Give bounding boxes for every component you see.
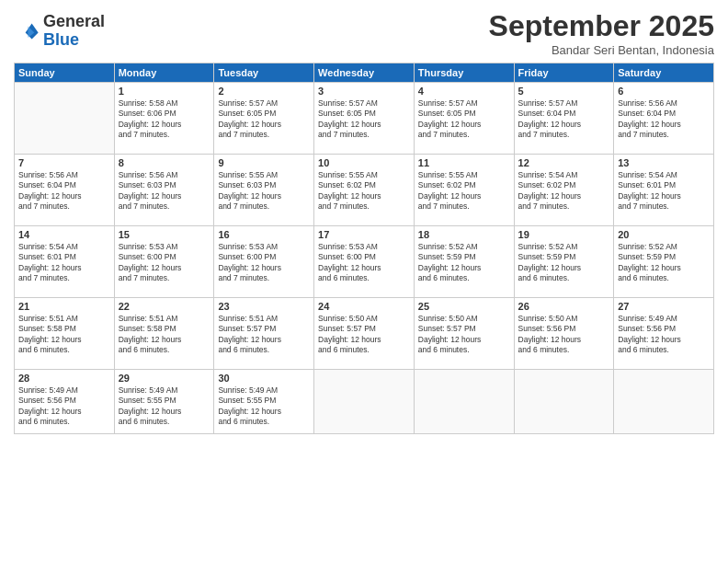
day-number: 29	[119, 373, 210, 384]
table-row: 1Sunrise: 5:58 AMSunset: 6:06 PMDaylight…	[114, 83, 214, 155]
day-info: Sunrise: 5:54 AMSunset: 6:01 PMDaylight:…	[18, 242, 110, 284]
day-number: 15	[119, 229, 210, 240]
day-number: 17	[318, 229, 410, 240]
day-info: Sunrise: 5:53 AMSunset: 6:00 PMDaylight:…	[218, 242, 310, 284]
day-info: Sunrise: 5:52 AMSunset: 5:59 PMDaylight:…	[418, 242, 510, 284]
calendar-week-row-0: 1Sunrise: 5:58 AMSunset: 6:06 PMDaylight…	[15, 83, 714, 155]
day-number: 10	[318, 157, 410, 168]
logo-general: General	[43, 13, 105, 31]
day-info: Sunrise: 5:56 AMSunset: 6:04 PMDaylight:…	[18, 170, 110, 213]
logo-text: General Blue	[43, 13, 105, 50]
calendar-week-row-1: 7Sunrise: 5:56 AMSunset: 6:04 PMDaylight…	[15, 155, 714, 226]
day-info: Sunrise: 5:49 AMSunset: 5:56 PMDaylight:…	[18, 385, 110, 428]
day-number: 27	[618, 301, 710, 312]
calendar-week-row-2: 14Sunrise: 5:54 AMSunset: 6:01 PMDayligh…	[15, 226, 714, 298]
location: Bandar Seri Bentan, Indonesia	[489, 43, 714, 57]
day-info: Sunrise: 5:49 AMSunset: 5:56 PMDaylight:…	[618, 314, 710, 356]
table-row: 22Sunrise: 5:51 AMSunset: 5:58 PMDayligh…	[114, 298, 214, 370]
day-number: 19	[518, 229, 610, 240]
day-number: 16	[218, 229, 310, 240]
col-friday: Friday	[514, 63, 614, 83]
table-row	[15, 83, 115, 155]
day-info: Sunrise: 5:51 AMSunset: 5:58 PMDaylight:…	[18, 314, 110, 356]
table-row: 30Sunrise: 5:49 AMSunset: 5:55 PMDayligh…	[214, 370, 314, 434]
day-info: Sunrise: 5:50 AMSunset: 5:57 PMDaylight:…	[418, 314, 510, 356]
day-number: 24	[318, 301, 410, 312]
day-number: 23	[218, 301, 310, 312]
table-row: 10Sunrise: 5:55 AMSunset: 6:02 PMDayligh…	[314, 155, 415, 226]
table-row: 7Sunrise: 5:56 AMSunset: 6:04 PMDaylight…	[15, 155, 115, 226]
day-info: Sunrise: 5:55 AMSunset: 6:02 PMDaylight:…	[418, 170, 510, 213]
day-number: 26	[518, 301, 610, 312]
calendar-table: Sunday Monday Tuesday Wednesday Thursday…	[14, 63, 714, 434]
table-row	[314, 370, 415, 434]
col-wednesday: Wednesday	[314, 63, 415, 83]
day-number: 3	[318, 86, 410, 97]
day-info: Sunrise: 5:54 AMSunset: 6:02 PMDaylight:…	[518, 170, 610, 213]
table-row: 9Sunrise: 5:55 AMSunset: 6:03 PMDaylight…	[214, 155, 314, 226]
table-row: 13Sunrise: 5:54 AMSunset: 6:01 PMDayligh…	[614, 155, 714, 226]
day-number: 20	[618, 229, 710, 240]
calendar-week-row-4: 28Sunrise: 5:49 AMSunset: 5:56 PMDayligh…	[15, 370, 714, 434]
title-area: September 2025 Bandar Seri Bentan, Indon…	[489, 9, 714, 57]
day-info: Sunrise: 5:56 AMSunset: 6:04 PMDaylight:…	[618, 98, 710, 141]
day-info: Sunrise: 5:49 AMSunset: 5:55 PMDaylight:…	[218, 385, 310, 428]
day-info: Sunrise: 5:52 AMSunset: 5:59 PMDaylight:…	[518, 242, 610, 284]
table-row: 28Sunrise: 5:49 AMSunset: 5:56 PMDayligh…	[15, 370, 115, 434]
table-row: 18Sunrise: 5:52 AMSunset: 5:59 PMDayligh…	[414, 226, 514, 298]
day-info: Sunrise: 5:52 AMSunset: 5:59 PMDaylight:…	[618, 242, 710, 284]
day-number: 6	[618, 86, 710, 97]
logo: General Blue	[14, 13, 105, 50]
table-row: 26Sunrise: 5:50 AMSunset: 5:56 PMDayligh…	[514, 298, 614, 370]
table-row: 2Sunrise: 5:57 AMSunset: 6:05 PMDaylight…	[214, 83, 314, 155]
day-number: 9	[218, 157, 310, 168]
day-number: 30	[218, 373, 310, 384]
month-title: September 2025	[489, 9, 714, 43]
day-info: Sunrise: 5:54 AMSunset: 6:01 PMDaylight:…	[618, 170, 710, 213]
day-info: Sunrise: 5:57 AMSunset: 6:05 PMDaylight:…	[418, 98, 510, 141]
logo-icon	[14, 18, 40, 44]
col-monday: Monday	[114, 63, 214, 83]
table-row: 6Sunrise: 5:56 AMSunset: 6:04 PMDaylight…	[614, 83, 714, 155]
day-number: 21	[18, 301, 110, 312]
day-info: Sunrise: 5:53 AMSunset: 6:00 PMDaylight:…	[119, 242, 210, 284]
day-number: 8	[119, 157, 210, 168]
calendar-header-row: Sunday Monday Tuesday Wednesday Thursday…	[15, 63, 714, 83]
day-info: Sunrise: 5:58 AMSunset: 6:06 PMDaylight:…	[119, 98, 210, 141]
col-saturday: Saturday	[614, 63, 714, 83]
day-number: 7	[18, 157, 110, 168]
day-number: 1	[119, 86, 210, 97]
table-row: 24Sunrise: 5:50 AMSunset: 5:57 PMDayligh…	[314, 298, 415, 370]
calendar-week-row-3: 21Sunrise: 5:51 AMSunset: 5:58 PMDayligh…	[15, 298, 714, 370]
day-info: Sunrise: 5:57 AMSunset: 6:04 PMDaylight:…	[518, 98, 610, 141]
col-thursday: Thursday	[414, 63, 514, 83]
day-number: 18	[418, 229, 510, 240]
day-info: Sunrise: 5:50 AMSunset: 5:56 PMDaylight:…	[518, 314, 610, 356]
day-number: 25	[418, 301, 510, 312]
col-tuesday: Tuesday	[214, 63, 314, 83]
header: General Blue September 2025 Bandar Seri …	[14, 9, 714, 57]
table-row: 8Sunrise: 5:56 AMSunset: 6:03 PMDaylight…	[114, 155, 214, 226]
col-sunday: Sunday	[15, 63, 115, 83]
day-info: Sunrise: 5:51 AMSunset: 5:57 PMDaylight:…	[218, 314, 310, 356]
table-row: 25Sunrise: 5:50 AMSunset: 5:57 PMDayligh…	[414, 298, 514, 370]
day-number: 14	[18, 229, 110, 240]
table-row: 11Sunrise: 5:55 AMSunset: 6:02 PMDayligh…	[414, 155, 514, 226]
table-row: 17Sunrise: 5:53 AMSunset: 6:00 PMDayligh…	[314, 226, 415, 298]
day-number: 2	[218, 86, 310, 97]
day-number: 5	[518, 86, 610, 97]
table-row: 5Sunrise: 5:57 AMSunset: 6:04 PMDaylight…	[514, 83, 614, 155]
day-info: Sunrise: 5:55 AMSunset: 6:03 PMDaylight:…	[218, 170, 310, 213]
page: General Blue September 2025 Bandar Seri …	[0, 0, 728, 563]
day-number: 12	[518, 157, 610, 168]
table-row: 3Sunrise: 5:57 AMSunset: 6:05 PMDaylight…	[314, 83, 415, 155]
day-number: 22	[119, 301, 210, 312]
table-row: 23Sunrise: 5:51 AMSunset: 5:57 PMDayligh…	[214, 298, 314, 370]
table-row: 19Sunrise: 5:52 AMSunset: 5:59 PMDayligh…	[514, 226, 614, 298]
table-row: 4Sunrise: 5:57 AMSunset: 6:05 PMDaylight…	[414, 83, 514, 155]
day-info: Sunrise: 5:50 AMSunset: 5:57 PMDaylight:…	[318, 314, 410, 356]
table-row	[614, 370, 714, 434]
table-row: 20Sunrise: 5:52 AMSunset: 5:59 PMDayligh…	[614, 226, 714, 298]
day-number: 11	[418, 157, 510, 168]
table-row: 21Sunrise: 5:51 AMSunset: 5:58 PMDayligh…	[15, 298, 115, 370]
